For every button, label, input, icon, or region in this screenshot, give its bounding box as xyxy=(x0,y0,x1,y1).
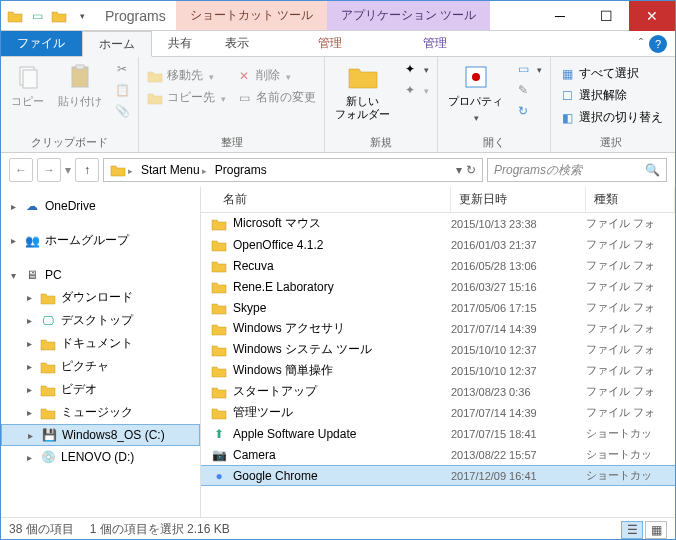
back-button[interactable]: ← xyxy=(9,158,33,182)
file-type: ファイル フォ xyxy=(586,384,675,399)
sidebar-item-pc[interactable]: ▾🖥PC xyxy=(1,264,200,286)
table-row[interactable]: Windows 簡単操作2015/10/10 12:37ファイル フォ xyxy=(201,360,675,381)
column-header-type[interactable]: 種類 xyxy=(586,187,675,212)
file-type: ショートカッ xyxy=(586,468,675,483)
collapse-ribbon-icon[interactable]: ˆ xyxy=(639,37,643,51)
context-tab-application[interactable]: アプリケーション ツール xyxy=(327,1,490,30)
sidebar-item-desktop[interactable]: ▸🖵デスクトップ xyxy=(1,309,200,332)
sidebar-item-homegroup[interactable]: ▸👥ホームグループ xyxy=(1,229,200,252)
table-row[interactable]: スタートアップ2013/08/23 0:36ファイル フォ xyxy=(201,381,675,402)
homegroup-icon: 👥 xyxy=(23,233,41,249)
properties-button[interactable]: プロパティ xyxy=(442,59,509,126)
file-date: 2013/08/23 0:36 xyxy=(451,386,586,398)
table-row[interactable]: Rene.E Laboratory2016/03/27 15:16ファイル フォ xyxy=(201,276,675,297)
qat-dropdown-icon[interactable] xyxy=(71,6,91,26)
move-to-button[interactable]: 移動先 xyxy=(143,65,230,86)
sidebar-item-drive-c[interactable]: ▸💾Windows8_OS (C:) xyxy=(1,424,200,446)
view-icons-button[interactable]: ▦ xyxy=(645,521,667,539)
search-input[interactable]: Programsの検索 🔍 xyxy=(487,158,667,182)
file-date: 2016/03/27 15:16 xyxy=(451,281,586,293)
table-row[interactable]: ●Google Chrome2017/12/09 16:41ショートカッ xyxy=(201,465,675,486)
context-tab-shortcut[interactable]: ショートカット ツール xyxy=(176,1,327,30)
easy-access-button[interactable]: ✦ xyxy=(398,80,433,100)
properties-icon xyxy=(460,61,492,93)
rename-button[interactable]: ▭名前の変更 xyxy=(232,87,320,108)
invert-icon: ◧ xyxy=(559,110,575,126)
select-all-button[interactable]: ▦すべて選択 xyxy=(555,63,667,84)
breadcrumb-dropdown-icon[interactable]: ▾ xyxy=(456,163,462,177)
sidebar-item-music[interactable]: ▸ミュージック xyxy=(1,401,200,424)
table-row[interactable]: OpenOffice 4.1.22016/01/03 21:37ファイル フォ xyxy=(201,234,675,255)
file-name: Rene.E Laboratory xyxy=(233,280,334,294)
sidebar-item-drive-d[interactable]: ▸💿LENOVO (D:) xyxy=(1,446,200,468)
minimize-button[interactable]: ─ xyxy=(537,1,583,31)
sidebar-item-documents[interactable]: ▸ドキュメント xyxy=(1,332,200,355)
qat-newfolder-icon[interactable] xyxy=(49,6,69,26)
file-type: ファイル フォ xyxy=(586,216,675,231)
invert-selection-button[interactable]: ◧選択の切り替え xyxy=(555,107,667,128)
sidebar-item-onedrive[interactable]: ▸☁OneDrive xyxy=(1,195,200,217)
cut-icon: ✂ xyxy=(114,61,130,77)
breadcrumb[interactable]: Start Menu Programs ▾ ↻ xyxy=(103,158,483,182)
file-type: ファイル フォ xyxy=(586,237,675,252)
svg-rect-2 xyxy=(72,67,88,87)
table-row[interactable]: Skype2017/05/06 17:15ファイル フォ xyxy=(201,297,675,318)
table-row[interactable]: Microsoft マウス2015/10/13 23:38ファイル フォ xyxy=(201,213,675,234)
sidebar-item-videos[interactable]: ▸ビデオ xyxy=(1,378,200,401)
breadcrumb-root-icon[interactable] xyxy=(106,163,137,177)
tab-view[interactable]: 表示 xyxy=(209,31,266,56)
up-button[interactable]: ↑ xyxy=(75,158,99,182)
recent-locations-icon[interactable]: ▾ xyxy=(65,163,71,177)
file-type: ファイル フォ xyxy=(586,258,675,273)
delete-button[interactable]: ✕削除 xyxy=(232,65,320,86)
cut-button[interactable]: ✂ xyxy=(110,59,134,79)
file-name: Windows 簡単操作 xyxy=(233,362,333,379)
history-button[interactable]: ↻ xyxy=(511,101,546,121)
file-name: Google Chrome xyxy=(233,469,318,483)
help-icon[interactable]: ? xyxy=(649,35,667,53)
copy-button[interactable]: コピー xyxy=(5,59,50,110)
table-row[interactable]: Recuva2016/05/28 13:06ファイル フォ xyxy=(201,255,675,276)
breadcrumb-item[interactable]: Start Menu xyxy=(137,163,211,177)
tab-share[interactable]: 共有 xyxy=(152,31,209,56)
open-button[interactable]: ▭ xyxy=(511,59,546,79)
copy-to-button[interactable]: コピー先 xyxy=(143,87,230,108)
table-row[interactable]: 管理ツール2017/07/14 14:39ファイル フォ xyxy=(201,402,675,423)
column-header-date[interactable]: 更新日時 xyxy=(451,187,586,212)
qat-properties-icon[interactable]: ▭ xyxy=(27,6,47,26)
copy-icon xyxy=(12,61,44,93)
ribbon-group-new: 新しい フォルダー ✦ ✦ 新規 xyxy=(325,57,438,152)
close-button[interactable]: ✕ xyxy=(629,1,675,31)
edit-button[interactable]: ✎ xyxy=(511,80,546,100)
paste-button[interactable]: 貼り付け xyxy=(52,59,108,110)
table-row[interactable]: 📷Camera2013/08/22 15:57ショートカッ xyxy=(201,444,675,465)
column-header-name[interactable]: 名前 xyxy=(201,187,451,212)
copy-path-button[interactable]: 📋 xyxy=(110,80,134,100)
select-none-button[interactable]: ☐選択解除 xyxy=(555,85,667,106)
new-item-icon: ✦ xyxy=(402,61,418,77)
ribbon-tabs: ファイル ホーム 共有 表示 管理 管理 ˆ ? xyxy=(1,31,675,57)
sidebar-item-downloads[interactable]: ▸ダウンロード xyxy=(1,286,200,309)
breadcrumb-item[interactable]: Programs xyxy=(211,163,271,177)
refresh-icon[interactable]: ↻ xyxy=(466,163,476,177)
sidebar-item-pictures[interactable]: ▸ピクチャ xyxy=(1,355,200,378)
file-type: ショートカッ xyxy=(586,426,675,441)
folder-icon xyxy=(211,279,227,295)
paste-shortcut-button[interactable]: 📎 xyxy=(110,101,134,121)
tab-manage-app[interactable]: 管理 xyxy=(393,31,478,56)
forward-button[interactable]: → xyxy=(37,158,61,182)
file-date: 2017/12/09 16:41 xyxy=(451,470,586,482)
table-row[interactable]: Windows システム ツール2015/10/10 12:37ファイル フォ xyxy=(201,339,675,360)
tab-home[interactable]: ホーム xyxy=(82,31,152,57)
table-row[interactable]: Windows アクセサリ2017/07/14 14:39ファイル フォ xyxy=(201,318,675,339)
tab-file[interactable]: ファイル xyxy=(1,31,82,56)
main-area: ▸☁OneDrive ▸👥ホームグループ ▾🖥PC ▸ダウンロード ▸🖵デスクト… xyxy=(1,187,675,517)
view-details-button[interactable]: ☰ xyxy=(621,521,643,539)
new-folder-button[interactable]: 新しい フォルダー xyxy=(329,59,396,123)
tab-manage-shortcut[interactable]: 管理 xyxy=(288,31,373,56)
maximize-button[interactable]: ☐ xyxy=(583,1,629,31)
search-icon: 🔍 xyxy=(645,163,660,177)
new-item-button[interactable]: ✦ xyxy=(398,59,433,79)
table-row[interactable]: ⬆Apple Software Update2017/07/15 18:41ショ… xyxy=(201,423,675,444)
file-date: 2017/07/14 14:39 xyxy=(451,323,586,335)
